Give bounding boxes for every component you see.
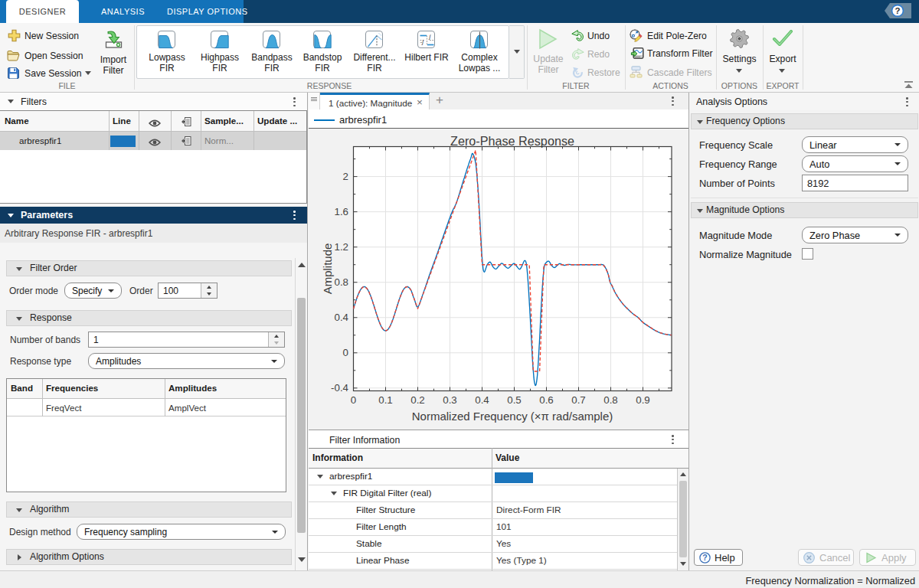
svg-text:0.9: 0.9 xyxy=(636,394,650,406)
svg-text:0.3: 0.3 xyxy=(443,394,457,406)
svg-text:-0.4: -0.4 xyxy=(331,382,348,394)
svg-text:-j: -j xyxy=(420,38,424,45)
svg-text:j: j xyxy=(429,33,431,40)
svg-text:0.8: 0.8 xyxy=(603,394,618,406)
svg-text:0: 0 xyxy=(343,347,348,358)
svg-text:2: 2 xyxy=(343,171,348,182)
svg-text:0.4: 0.4 xyxy=(335,312,349,323)
svg-text:0.7: 0.7 xyxy=(571,394,586,406)
svg-text:1.2: 1.2 xyxy=(335,241,349,253)
svg-text:0.5: 0.5 xyxy=(507,394,522,406)
svg-text:0.4: 0.4 xyxy=(475,394,489,406)
svg-text:1.6: 1.6 xyxy=(335,206,349,217)
svg-text:0.1: 0.1 xyxy=(378,394,393,406)
svg-text:0.2: 0.2 xyxy=(410,394,425,406)
svg-text:?: ? xyxy=(702,553,707,562)
svg-text:Amplitude: Amplitude xyxy=(321,243,334,295)
svg-text:0: 0 xyxy=(351,394,356,406)
svg-text:Normalized Frequency (×π rad/s: Normalized Frequency (×π rad/sample) xyxy=(412,410,613,423)
svg-text:0.6: 0.6 xyxy=(539,394,554,406)
svg-text:?: ? xyxy=(894,6,900,15)
svg-text:Zero-Phase Response: Zero-Phase Response xyxy=(450,134,574,148)
svg-text:0.8: 0.8 xyxy=(335,276,349,288)
